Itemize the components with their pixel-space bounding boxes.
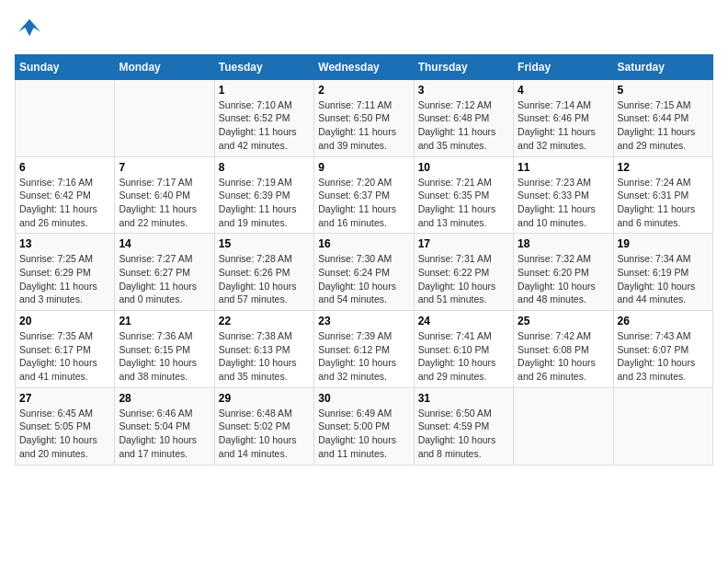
calendar-cell: 28Sunrise: 6:46 AM Sunset: 5:04 PM Dayli… xyxy=(115,387,214,465)
day-info: Sunrise: 7:42 AM Sunset: 6:08 PM Dayligh… xyxy=(518,329,609,384)
weekday-header-wednesday: Wednesday xyxy=(314,54,414,79)
day-number: 19 xyxy=(618,237,709,250)
calendar-cell: 8Sunrise: 7:19 AM Sunset: 6:39 PM Daylig… xyxy=(214,156,313,234)
day-info: Sunrise: 7:35 AM Sunset: 6:17 PM Dayligh… xyxy=(19,329,110,384)
calendar-cell: 24Sunrise: 7:41 AM Sunset: 6:10 PM Dayli… xyxy=(414,311,513,388)
day-info: Sunrise: 7:39 AM Sunset: 6:12 PM Dayligh… xyxy=(318,329,409,384)
day-number: 3 xyxy=(418,84,509,97)
day-number: 1 xyxy=(219,84,310,97)
day-info: Sunrise: 7:23 AM Sunset: 6:33 PM Dayligh… xyxy=(518,176,609,230)
day-number: 2 xyxy=(318,84,409,97)
day-number: 6 xyxy=(19,161,110,174)
calendar-cell: 14Sunrise: 7:27 AM Sunset: 6:27 PM Dayli… xyxy=(115,234,214,311)
day-info: Sunrise: 6:49 AM Sunset: 5:00 PM Dayligh… xyxy=(318,407,409,461)
calendar-cell: 1Sunrise: 7:10 AM Sunset: 6:52 PM Daylig… xyxy=(214,79,313,156)
logo xyxy=(15,15,42,45)
day-number: 11 xyxy=(518,161,609,174)
day-number: 18 xyxy=(518,237,609,250)
day-info: Sunrise: 7:14 AM Sunset: 6:46 PM Dayligh… xyxy=(518,98,609,153)
calendar-cell: 29Sunrise: 6:48 AM Sunset: 5:02 PM Dayli… xyxy=(214,387,313,465)
day-info: Sunrise: 7:19 AM Sunset: 6:39 PM Dayligh… xyxy=(219,176,310,230)
day-info: Sunrise: 7:43 AM Sunset: 6:07 PM Dayligh… xyxy=(618,329,709,384)
day-info: Sunrise: 7:16 AM Sunset: 6:42 PM Dayligh… xyxy=(19,176,110,230)
calendar-cell: 18Sunrise: 7:32 AM Sunset: 6:20 PM Dayli… xyxy=(514,234,613,311)
calendar-cell: 11Sunrise: 7:23 AM Sunset: 6:33 PM Dayli… xyxy=(514,156,613,234)
calendar-cell: 6Sunrise: 7:16 AM Sunset: 6:42 PM Daylig… xyxy=(16,156,115,234)
day-info: Sunrise: 6:46 AM Sunset: 5:04 PM Dayligh… xyxy=(119,407,210,461)
calendar-cell: 7Sunrise: 7:17 AM Sunset: 6:40 PM Daylig… xyxy=(115,156,214,234)
day-info: Sunrise: 6:45 AM Sunset: 5:05 PM Dayligh… xyxy=(19,407,110,461)
day-number: 31 xyxy=(418,392,509,405)
day-info: Sunrise: 7:15 AM Sunset: 6:44 PM Dayligh… xyxy=(618,98,709,153)
logo-text xyxy=(15,15,42,45)
calendar-cell: 5Sunrise: 7:15 AM Sunset: 6:44 PM Daylig… xyxy=(613,79,712,156)
day-info: Sunrise: 7:12 AM Sunset: 6:48 PM Dayligh… xyxy=(418,98,509,153)
calendar-cell: 16Sunrise: 7:30 AM Sunset: 6:24 PM Dayli… xyxy=(314,234,414,311)
day-info: Sunrise: 7:38 AM Sunset: 6:13 PM Dayligh… xyxy=(219,329,310,384)
weekday-header-saturday: Saturday xyxy=(613,54,712,79)
day-number: 21 xyxy=(119,315,210,327)
calendar-cell: 26Sunrise: 7:43 AM Sunset: 6:07 PM Dayli… xyxy=(613,311,712,388)
weekday-header-friday: Friday xyxy=(514,54,613,79)
calendar-cell: 31Sunrise: 6:50 AM Sunset: 4:59 PM Dayli… xyxy=(414,387,513,465)
day-info: Sunrise: 6:50 AM Sunset: 4:59 PM Dayligh… xyxy=(418,407,509,461)
day-number: 12 xyxy=(618,161,709,174)
calendar-cell: 15Sunrise: 7:28 AM Sunset: 6:26 PM Dayli… xyxy=(214,234,313,311)
calendar-cell: 21Sunrise: 7:36 AM Sunset: 6:15 PM Dayli… xyxy=(115,311,214,388)
calendar-cell: 2Sunrise: 7:11 AM Sunset: 6:50 PM Daylig… xyxy=(314,79,414,156)
day-number: 17 xyxy=(418,237,509,250)
day-info: Sunrise: 6:48 AM Sunset: 5:02 PM Dayligh… xyxy=(219,407,310,461)
day-info: Sunrise: 7:34 AM Sunset: 6:19 PM Dayligh… xyxy=(618,252,709,306)
day-number: 9 xyxy=(318,161,409,174)
weekday-header-sunday: Sunday xyxy=(16,54,115,79)
day-number: 10 xyxy=(418,161,509,174)
day-number: 26 xyxy=(618,315,709,327)
calendar-cell: 3Sunrise: 7:12 AM Sunset: 6:48 PM Daylig… xyxy=(414,79,513,156)
day-info: Sunrise: 7:41 AM Sunset: 6:10 PM Dayligh… xyxy=(418,329,509,384)
calendar-cell: 10Sunrise: 7:21 AM Sunset: 6:35 PM Dayli… xyxy=(414,156,513,234)
page-header xyxy=(15,15,713,45)
calendar-table: SundayMondayTuesdayWednesdayThursdayFrid… xyxy=(15,54,713,465)
day-info: Sunrise: 7:25 AM Sunset: 6:29 PM Dayligh… xyxy=(19,252,110,306)
calendar-cell: 27Sunrise: 6:45 AM Sunset: 5:05 PM Dayli… xyxy=(16,387,115,465)
calendar-cell xyxy=(115,79,214,156)
day-info: Sunrise: 7:28 AM Sunset: 6:26 PM Dayligh… xyxy=(219,252,310,306)
day-number: 15 xyxy=(219,237,310,250)
day-info: Sunrise: 7:17 AM Sunset: 6:40 PM Dayligh… xyxy=(119,176,210,230)
weekday-header-tuesday: Tuesday xyxy=(214,54,313,79)
day-info: Sunrise: 7:20 AM Sunset: 6:37 PM Dayligh… xyxy=(318,176,409,230)
day-number: 16 xyxy=(318,237,409,250)
calendar-cell: 20Sunrise: 7:35 AM Sunset: 6:17 PM Dayli… xyxy=(16,311,115,388)
day-number: 7 xyxy=(119,161,210,174)
day-number: 28 xyxy=(119,392,210,405)
calendar-week-1: 1Sunrise: 7:10 AM Sunset: 6:52 PM Daylig… xyxy=(16,79,713,156)
calendar-week-2: 6Sunrise: 7:16 AM Sunset: 6:42 PM Daylig… xyxy=(16,156,713,234)
weekday-header-row: SundayMondayTuesdayWednesdayThursdayFrid… xyxy=(16,54,713,79)
day-number: 13 xyxy=(19,237,110,250)
weekday-header-monday: Monday xyxy=(115,54,214,79)
day-number: 14 xyxy=(119,237,210,250)
calendar-cell: 17Sunrise: 7:31 AM Sunset: 6:22 PM Dayli… xyxy=(414,234,513,311)
day-number: 22 xyxy=(219,315,310,327)
day-number: 24 xyxy=(418,315,509,327)
day-number: 30 xyxy=(318,392,409,405)
calendar-cell: 9Sunrise: 7:20 AM Sunset: 6:37 PM Daylig… xyxy=(314,156,414,234)
calendar-cell: 22Sunrise: 7:38 AM Sunset: 6:13 PM Dayli… xyxy=(214,311,313,388)
day-number: 25 xyxy=(518,315,609,327)
calendar-cell: 19Sunrise: 7:34 AM Sunset: 6:19 PM Dayli… xyxy=(613,234,712,311)
day-info: Sunrise: 7:36 AM Sunset: 6:15 PM Dayligh… xyxy=(119,329,210,384)
day-info: Sunrise: 7:11 AM Sunset: 6:50 PM Dayligh… xyxy=(318,98,409,153)
day-number: 4 xyxy=(518,84,609,97)
day-number: 29 xyxy=(219,392,310,405)
day-info: Sunrise: 7:31 AM Sunset: 6:22 PM Dayligh… xyxy=(418,252,509,306)
calendar-cell: 30Sunrise: 6:49 AM Sunset: 5:00 PM Dayli… xyxy=(314,387,414,465)
calendar-cell: 4Sunrise: 7:14 AM Sunset: 6:46 PM Daylig… xyxy=(514,79,613,156)
day-info: Sunrise: 7:21 AM Sunset: 6:35 PM Dayligh… xyxy=(418,176,509,230)
day-info: Sunrise: 7:24 AM Sunset: 6:31 PM Dayligh… xyxy=(618,176,709,230)
calendar-cell xyxy=(16,79,115,156)
day-info: Sunrise: 7:30 AM Sunset: 6:24 PM Dayligh… xyxy=(318,252,409,306)
weekday-header-thursday: Thursday xyxy=(414,54,513,79)
day-number: 20 xyxy=(19,315,110,327)
day-number: 5 xyxy=(618,84,709,97)
calendar-cell: 13Sunrise: 7:25 AM Sunset: 6:29 PM Dayli… xyxy=(16,234,115,311)
